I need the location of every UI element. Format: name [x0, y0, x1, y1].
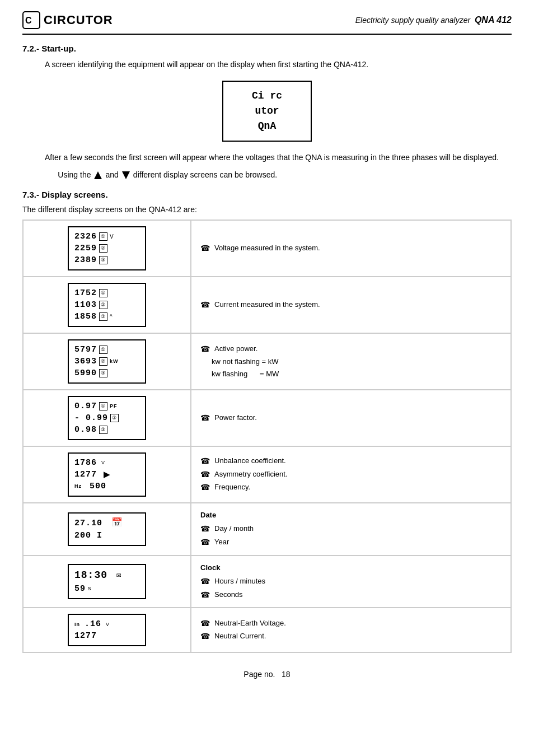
current-desc-text: Current measured in the system. [214, 298, 320, 311]
pf-line1: 0.97 ① PF [74, 400, 139, 412]
display-unbalance-desc: Unbalance coefficient. Asymmetry coeffic… [191, 446, 511, 503]
section-72-title: 7.2.- Start-up. [22, 44, 512, 53]
voltage-line1: 2326 ① V [74, 231, 139, 242]
display-neutral-desc: Neutral-Earth Voltage. Neutral Current. [191, 608, 511, 652]
section-72: 7.2.- Start-up. A screen identifying the… [22, 44, 512, 181]
page-footer: Page no. 18 [22, 670, 512, 679]
phone-icon-voltage [200, 242, 212, 255]
date-line2: 200 I [74, 530, 139, 542]
voltage-line2: 2259 ② [74, 242, 139, 254]
logo-icon: C [22, 11, 40, 29]
display-unbalance-lcd: 1786 V 1277 ▶ Hz 500 [23, 446, 191, 503]
voltage-lcd-box: 2326 ① V 2259 ② 2389 ③ [68, 226, 146, 270]
startup-lcd-line2: utor [240, 104, 294, 119]
section-73-intro: The different display screens on the QNA… [22, 205, 512, 214]
power-desc-detail2: kw flashing = MW [212, 368, 502, 380]
clock-lcd-box: 18:30 ✉ 59s [68, 564, 146, 599]
and-text: and [105, 169, 118, 181]
display-screens-grid: 2326 ① V 2259 ② 2389 ③ Voltage measured … [22, 220, 512, 653]
section-72-para1: A screen identifying the equipment will … [45, 59, 512, 71]
clock-icon: ✉ [116, 570, 121, 581]
voltage-line3: 2389 ③ [74, 254, 139, 266]
startup-lcd-line1: Ci rc [240, 88, 294, 104]
voltage-desc-text: Voltage measured in the system. [214, 242, 320, 254]
unbalance-line2: 1277 ▶ [74, 469, 139, 480]
pf-lcd-box: 0.97 ① PF - 0.99 ② 0.98 ③ [68, 396, 146, 440]
neutral-desc2: Neutral Current. [200, 630, 502, 643]
current-line3: 1858 ③ ^ [74, 311, 139, 323]
clock-seconds-text: Seconds [214, 589, 243, 601]
display-power-lcd: 5797 ① 3693 ② kW 5990 ③ [23, 333, 191, 390]
section-72-para2: After a few seconds the first screen wil… [45, 152, 512, 164]
pf-desc-text: Power factor. [214, 412, 257, 424]
phone-icon-asymmetry [200, 468, 212, 482]
display-clock-lcd: 18:30 ✉ 59s [23, 556, 191, 608]
display-date-desc: Date Day / month Year [191, 503, 511, 556]
display-current-lcd: 1752 ① 1103 ② 1858 ③ ^ [23, 277, 191, 333]
clock-desc-seconds: Seconds [200, 589, 502, 602]
unbalance-line3: Hz 500 [74, 480, 139, 492]
page-label: Page no. [243, 670, 275, 679]
display-pf-desc: Power factor. [191, 390, 511, 446]
clock-line1: 18:30 ✉ [74, 568, 139, 582]
phone-icon-neutral-current [200, 630, 212, 643]
date-lcd-box: 27.10 📅 200 I [68, 512, 146, 545]
startup-lcd: Ci rc utor QnA [222, 81, 312, 142]
neutral-line1: In .16 V [74, 618, 139, 630]
clock-line2: 59s [74, 583, 139, 595]
unbalance-lcd-box: 1786 V 1277 ▶ Hz 500 [68, 452, 146, 497]
phone-icon-current [200, 298, 212, 312]
display-clock-desc: Clock Hours / minutes Seconds [191, 556, 511, 608]
power-desc-text: Active power. [214, 343, 257, 355]
neutral-current-text: Neutral Current. [214, 630, 266, 642]
power-line3: 5990 ③ [74, 367, 139, 379]
arrow-text-container: Using the and different display screens … [45, 169, 512, 181]
section-73: 7.3.- Display screens. The different dis… [22, 190, 512, 653]
date-day-text: Day / month [214, 522, 254, 535]
phone-icon-power [200, 343, 212, 356]
page-number: 18 [282, 670, 291, 679]
phone-icon-seconds [200, 589, 212, 602]
power-line2: 3693 ② kW [74, 356, 139, 367]
unbalance-desc1: Unbalance coefficient. [200, 455, 502, 468]
current-line1: 1752 ① [74, 287, 139, 299]
date-desc-day: Day / month [200, 522, 502, 536]
date-desc-year: Year [200, 536, 502, 549]
phone-icon-frequency [200, 481, 212, 494]
neutral-desc1: Neutral-Earth Voltage. [200, 617, 502, 631]
display-current-desc: Current measured in the system. [191, 277, 511, 333]
logo-text: CIRCUTOR [44, 13, 113, 27]
phone-icon-hours [200, 575, 212, 589]
phone-icon-pf [200, 412, 212, 425]
unbalance-desc3: Frequency. [200, 481, 502, 494]
clock-hours-text: Hours / minutes [214, 575, 265, 587]
pf-line2: - 0.99 ② [74, 412, 139, 424]
date-year-text: Year [214, 536, 229, 548]
pf-line3: 0.98 ③ [74, 424, 139, 436]
calendar-icon: 📅 [111, 517, 123, 529]
phone-icon-neutral-earth [200, 617, 212, 631]
display-date-lcd: 27.10 📅 200 I [23, 503, 191, 556]
current-lcd-box: 1752 ① 1103 ② 1858 ③ ^ [68, 283, 146, 327]
date-line1: 27.10 📅 [74, 517, 139, 529]
indent-space: Using the [45, 169, 91, 181]
current-line2: 1103 ② [74, 299, 139, 311]
phone-icon-unbalance [200, 455, 212, 468]
date-label: Date [200, 509, 502, 521]
phone-icon-year [200, 536, 212, 549]
display-voltage-lcd: 2326 ① V 2259 ② 2389 ③ [23, 220, 191, 277]
unbalance-desc2: Asymmetry coefficient. [200, 468, 502, 482]
arrow-down-icon [122, 171, 130, 179]
neutral-earth-text: Neutral-Earth Voltage. [214, 617, 286, 629]
display-pf-lcd: 0.97 ① PF - 0.99 ② 0.98 ③ [23, 390, 191, 446]
logo: C CIRCUTOR [22, 11, 113, 29]
startup-lcd-line3: QnA [240, 119, 294, 134]
svg-text:C: C [25, 16, 32, 25]
startup-lcd-container: Ci rc utor QnA [22, 81, 512, 142]
clock-label: Clock [200, 562, 502, 574]
display-voltage-desc: Voltage measured in the system. [191, 220, 511, 277]
display-neutral-lcd: In .16 V 1277 [23, 608, 191, 652]
neutral-line2: 1277 [74, 630, 139, 642]
arrow-up-icon [94, 171, 102, 179]
arrow-desc: different display screens can be browsed… [133, 169, 277, 181]
